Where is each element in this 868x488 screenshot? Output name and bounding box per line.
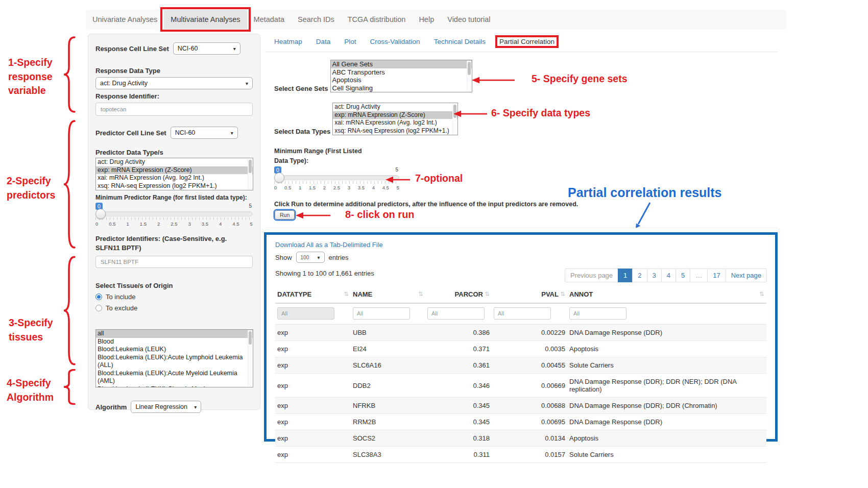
- slider-track[interactable]: [95, 211, 253, 216]
- page-button-3[interactable]: 3: [647, 269, 662, 282]
- filter-input-annot[interactable]: [569, 307, 626, 320]
- page-size-select[interactable]: 100 ▾: [296, 252, 325, 263]
- run-button[interactable]: Run: [275, 210, 295, 219]
- next-page-button[interactable]: Next page: [726, 269, 767, 282]
- sort-icon[interactable]: ⇅: [485, 290, 490, 298]
- chevron-down-icon: ▾: [231, 130, 233, 136]
- nav-multivariate-analyses[interactable]: Multivariate Analyses: [164, 10, 247, 29]
- annotation-results-title: Partial correlation results: [568, 185, 722, 200]
- column-header-pval[interactable]: PVAL⇅: [492, 286, 567, 303]
- column-header-annot[interactable]: ⇅ANNOT: [567, 286, 766, 303]
- tab-data[interactable]: Data: [316, 38, 331, 45]
- listbox-option[interactable]: Blood:Leukemia (LEUK): [96, 346, 253, 354]
- listbox-option[interactable]: ABC Transporters: [331, 68, 472, 77]
- cell-datatype: exp: [275, 341, 351, 357]
- listbox-option[interactable]: xai: mRNA Expression (Avg. log2 Int.): [333, 119, 457, 127]
- radio-unchecked-icon[interactable]: [95, 305, 102, 311]
- table-row[interactable]: exp SLC6A16 0.361 0.00455 Solute Carrier…: [275, 357, 766, 374]
- tabs-divider: [265, 52, 778, 52]
- filter-input-datatype[interactable]: [277, 307, 334, 320]
- sort-icon[interactable]: ⇅: [759, 290, 764, 298]
- predictor-data-types-listbox[interactable]: act: Drug Activity exp: mRNA Expression …: [95, 158, 253, 190]
- table-row[interactable]: exp NFRKB 0.345 0.00688 DNA Damage Respo…: [275, 398, 766, 414]
- column-header-name[interactable]: ⇅NAME: [351, 286, 425, 303]
- tissue-listbox[interactable]: all Blood Blood:Leukemia (LEUK) Blood:Le…: [95, 329, 253, 387]
- algorithm-value: Linear Regression: [135, 403, 187, 410]
- tab-partial-correlation[interactable]: Partial Correlation: [499, 38, 554, 45]
- filter-input-name[interactable]: [353, 307, 410, 320]
- listbox-option[interactable]: act: Drug Activity: [96, 158, 253, 166]
- scrollbar-thumb[interactable]: [249, 331, 252, 345]
- cell-name: SLC6A16: [351, 357, 425, 374]
- page-size-value: 100: [301, 255, 309, 260]
- listbox-option[interactable]: xsq: RNA-seq Expression (log2 FPKM+1.): [333, 127, 457, 135]
- nav-tcga-distribution[interactable]: TCGA distribution: [341, 10, 413, 29]
- listbox-option-selected[interactable]: all: [96, 330, 253, 338]
- response-cell-line-set-select[interactable]: NCI-60 ▾: [173, 42, 240, 55]
- listbox-option[interactable]: Blood:Leukemia (LEUK):Acute Lymphoid Leu…: [96, 354, 253, 370]
- predictor-cell-line-set-select[interactable]: NCI-60 ▾: [171, 127, 238, 139]
- scrollbar-thumb[interactable]: [249, 160, 252, 173]
- tissue-exclude-option[interactable]: To exclude: [95, 304, 253, 312]
- tissue-include-option[interactable]: To include: [95, 293, 253, 301]
- download-all-link[interactable]: Download All as a Tab-Delimited File: [275, 241, 766, 249]
- listbox-option-selected[interactable]: exp: mRNA Expression (Z-Score): [96, 166, 253, 175]
- listbox-option[interactable]: act: Drug Activity: [333, 103, 457, 111]
- listbox-option-selected[interactable]: All Gene Sets: [331, 60, 472, 68]
- gene-sets-listbox[interactable]: All Gene Sets ABC Transporters Apoptosis…: [330, 60, 472, 92]
- nav-metadata[interactable]: Metadata: [247, 10, 291, 29]
- response-identifier-input[interactable]: [95, 103, 253, 116]
- table-row[interactable]: exp SOCS2 0.318 0.0134 Apoptosis: [275, 430, 766, 447]
- column-header-datatype[interactable]: ⇅DATATYPE: [275, 286, 351, 303]
- table-row[interactable]: exp UBB 0.386 0.00229 DNA Damage Respons…: [275, 325, 766, 341]
- tick-label: 0: [95, 221, 98, 227]
- scrollbar-thumb[interactable]: [468, 62, 471, 75]
- slider-handle[interactable]: [274, 173, 284, 183]
- slider-track[interactable]: [274, 175, 399, 180]
- previous-page-button[interactable]: Previous page: [565, 269, 618, 282]
- top-navbar: Univariate Analyses Multivariate Analyse…: [86, 10, 786, 29]
- predictor-identifiers-input[interactable]: [95, 256, 253, 268]
- filter-input-pval[interactable]: [494, 307, 551, 320]
- tick-label: 1.5: [140, 221, 147, 227]
- page-button-4[interactable]: 4: [661, 269, 676, 282]
- page-button-1[interactable]: 1: [618, 269, 633, 282]
- sort-icon[interactable]: ⇅: [344, 290, 349, 298]
- nav-video-tutorial[interactable]: Video tutorial: [441, 10, 497, 29]
- listbox-option[interactable]: Blood:Leukemia (LEUK):Chronic Myelogenou…: [96, 385, 253, 388]
- filter-input-parcor[interactable]: [427, 307, 485, 320]
- listbox-option[interactable]: Blood: [96, 338, 253, 346]
- table-row[interactable]: exp DDB2 0.346 0.00669 DNA Damage Respon…: [275, 374, 766, 398]
- nav-search-ids[interactable]: Search IDs: [291, 10, 341, 29]
- page-button-2[interactable]: 2: [632, 269, 647, 282]
- table-row[interactable]: exp SLC38A3 0.311 0.0157 Solute Carriers: [275, 447, 766, 463]
- tab-plot[interactable]: Plot: [344, 38, 356, 45]
- table-row[interactable]: exp RRM2B 0.345 0.00695 DNA Damage Respo…: [275, 414, 766, 430]
- listbox-option[interactable]: Cell Signaling: [331, 84, 472, 92]
- listbox-option[interactable]: Blood:Leukemia (LEUK):Acute Myeloid Leuk…: [96, 370, 253, 385]
- sort-icon[interactable]: ⇅: [418, 290, 423, 298]
- algorithm-select[interactable]: Linear Regression ▾: [131, 401, 201, 413]
- radio-checked-icon[interactable]: [95, 294, 102, 300]
- listbox-option-selected[interactable]: exp: mRNA Expression (Z-Score): [333, 111, 457, 119]
- column-header-parcor[interactable]: PARCOR⇅: [425, 286, 492, 303]
- listbox-option[interactable]: Apoptosis: [331, 76, 472, 84]
- annotation-2-specify-predictors: 2-Specify predictors: [7, 174, 55, 202]
- listbox-option[interactable]: xai: mRNA Expression (Avg. log2 Int.): [96, 174, 253, 182]
- response-data-type-select[interactable]: act: Drug Activity ▾: [95, 77, 253, 89]
- nav-univariate-analyses[interactable]: Univariate Analyses: [86, 10, 164, 29]
- tab-heatmap[interactable]: Heatmap: [274, 38, 302, 45]
- data-types-listbox[interactable]: act: Drug Activity exp: mRNA Expression …: [332, 103, 458, 135]
- tab-cross-validation[interactable]: Cross-Validation: [370, 38, 420, 45]
- scrollbar[interactable]: [452, 104, 457, 134]
- listbox-option[interactable]: xsq: RNA-seq Expression (log2 FPKM+1.): [96, 182, 253, 190]
- table-row[interactable]: exp EI24 0.371 0.0035 Apoptosis: [275, 341, 766, 357]
- page-button-17[interactable]: 17: [707, 269, 726, 282]
- sort-icon[interactable]: ⇅: [560, 290, 565, 298]
- scrollbar[interactable]: [248, 330, 252, 386]
- page-button-5[interactable]: 5: [676, 269, 690, 282]
- nav-help[interactable]: Help: [412, 10, 441, 29]
- slider-handle[interactable]: [95, 209, 106, 219]
- tab-technical-details[interactable]: Technical Details: [434, 38, 486, 45]
- scrollbar[interactable]: [248, 159, 252, 189]
